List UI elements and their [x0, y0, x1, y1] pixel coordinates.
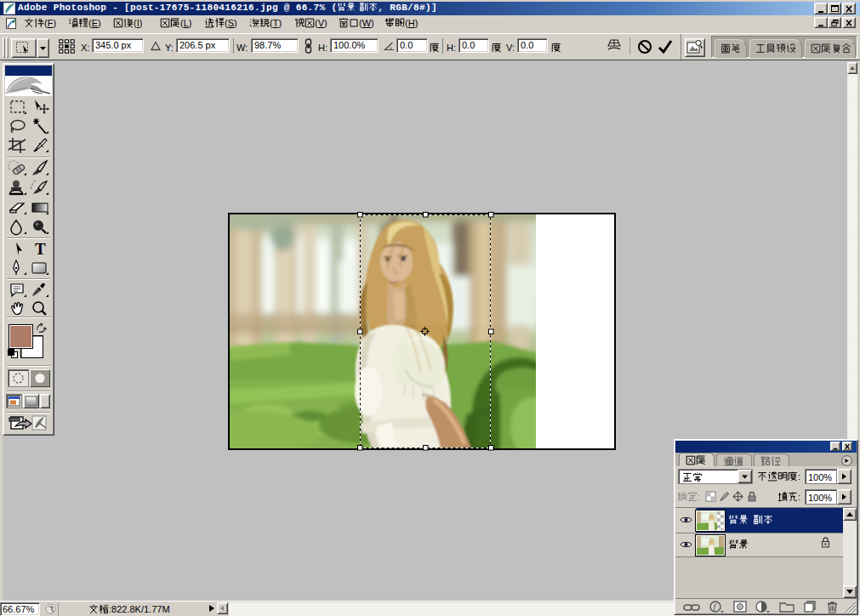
- svg-text:f: f: [714, 602, 717, 612]
